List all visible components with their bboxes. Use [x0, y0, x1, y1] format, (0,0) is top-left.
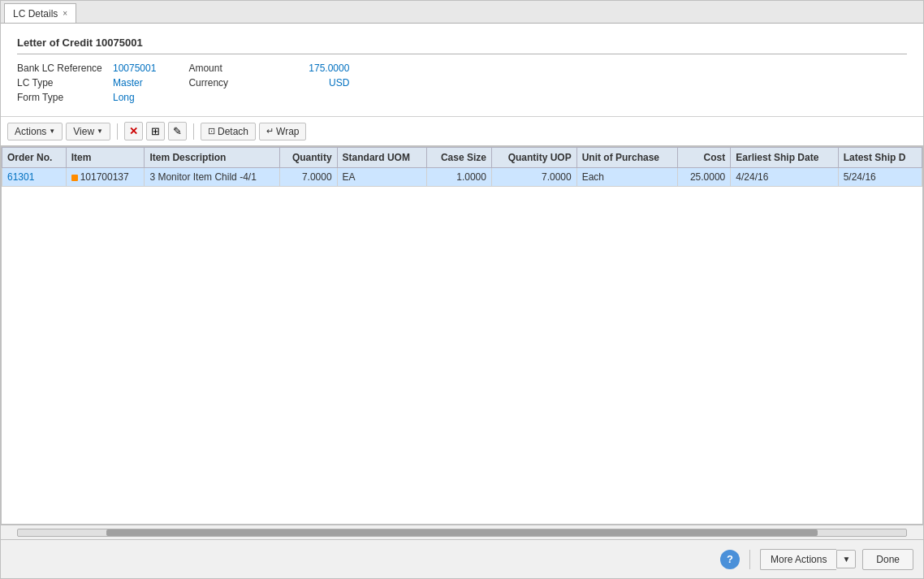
lc-field-amount: Amount 175.0000 — [188, 63, 349, 74]
main-window: LC Details × Letter of Credit 10075001 B… — [0, 0, 924, 579]
wrap-label: Wrap — [276, 126, 299, 137]
help-button[interactable]: ? — [720, 550, 740, 569]
help-icon: ? — [727, 553, 733, 565]
actions-dropdown-arrow: ▼ — [49, 127, 55, 135]
bank-lc-reference-value: 10075001 — [113, 63, 156, 74]
horizontal-scrollbar-area[interactable] — [1, 525, 923, 539]
wrap-icon: ↵ — [266, 126, 274, 136]
cell-item: 101700137 — [66, 168, 145, 187]
col-header-case-size: Case Size — [427, 148, 491, 168]
cell-quantity-uop: 7.0000 — [491, 168, 576, 187]
horizontal-scrollbar[interactable] — [17, 529, 907, 537]
cell-latest-ship: 5/24/16 — [838, 168, 922, 187]
lc-field-currency: Currency USD — [188, 77, 349, 89]
toolbar-separator-1 — [117, 123, 118, 140]
lc-title: Letter of Credit 10075001 — [17, 37, 907, 54]
table-header-row: Order No. Item Item Description Quantity… — [2, 148, 922, 168]
view-dropdown-arrow: ▼ — [97, 127, 103, 135]
more-actions-label: More Actions — [771, 554, 827, 565]
col-header-item: Item — [66, 148, 145, 168]
cell-cost: 25.0000 — [678, 168, 731, 187]
more-actions-button[interactable]: More Actions — [760, 549, 836, 570]
horizontal-scrollbar-thumb[interactable] — [106, 529, 817, 536]
view-label: View — [73, 126, 94, 137]
item-flag-icon — [71, 175, 78, 181]
lc-field-lc-type: LC Type Master — [17, 77, 156, 89]
bank-lc-reference-label: Bank LC Reference — [17, 63, 106, 74]
tab-bar: LC Details × — [1, 1, 923, 24]
cell-standard-uom: EA — [337, 168, 427, 187]
lc-type-value: Master — [113, 77, 143, 89]
cell-case-size: 1.0000 — [427, 168, 491, 187]
col-header-quantity: Quantity — [279, 148, 337, 168]
col-header-quantity-uop: Quantity UOP — [491, 148, 576, 168]
lc-field-bank-reference: Bank LC Reference 10075001 — [17, 63, 156, 74]
lc-field-form-type: Form Type Long — [17, 92, 156, 103]
table-container[interactable]: Order No. Item Item Description Quantity… — [1, 146, 923, 525]
view-button[interactable]: View ▼ — [66, 123, 110, 140]
footer: ? More Actions ▼ Done — [1, 539, 923, 578]
amount-label: Amount — [188, 63, 278, 74]
detach-icon: ⊡ — [208, 126, 215, 136]
form-type-label: Form Type — [17, 92, 106, 103]
main-content: Letter of Credit 10075001 Bank LC Refere… — [1, 24, 923, 539]
col-header-earliest-ship-date: Earliest Ship Date — [731, 148, 838, 168]
lc-field-group-right: Amount 175.0000 Currency USD — [188, 63, 349, 103]
amount-value: 175.0000 — [284, 63, 349, 74]
lc-field-group-left: Bank LC Reference 10075001 LC Type Maste… — [17, 63, 156, 103]
actions-button[interactable]: Actions ▼ — [7, 123, 63, 140]
detach-button[interactable]: ⊡ Detach — [201, 123, 256, 140]
table-row[interactable]: 61301 101700137 3 Monitor Item Child -4/… — [2, 168, 922, 187]
col-header-latest-ship: Latest Ship D — [838, 148, 922, 168]
delete-button[interactable]: ✕ — [124, 122, 143, 140]
copy-icon: ⊞ — [151, 125, 160, 137]
col-header-cost: Cost — [678, 148, 731, 168]
cell-quantity: 7.0000 — [279, 168, 337, 187]
done-button[interactable]: Done — [862, 549, 913, 570]
col-header-unit-of-purchase: Unit of Purchase — [576, 148, 678, 168]
tab-label: LC Details — [13, 8, 58, 19]
done-label: Done — [876, 554, 900, 565]
lc-type-label: LC Type — [17, 77, 106, 89]
cell-item-description: 3 Monitor Item Child -4/1 — [145, 168, 279, 187]
tab-lc-details[interactable]: LC Details × — [4, 3, 76, 23]
detach-label: Detach — [218, 126, 248, 137]
more-actions-group: More Actions ▼ — [760, 549, 856, 570]
toolbar-separator-2 — [193, 123, 194, 140]
copy-button[interactable]: ⊞ — [146, 122, 165, 140]
lc-details-panel: Letter of Credit 10075001 Bank LC Refere… — [1, 24, 923, 117]
wrap-button[interactable]: ↵ Wrap — [259, 123, 306, 140]
delete-icon: ✕ — [129, 125, 138, 137]
actions-label: Actions — [15, 126, 46, 137]
form-type-value: Long — [113, 92, 135, 103]
data-table: Order No. Item Item Description Quantity… — [2, 147, 922, 187]
cell-unit-of-purchase: Each — [576, 168, 678, 187]
lc-fields: Bank LC Reference 10075001 LC Type Maste… — [17, 63, 907, 103]
cell-earliest-ship-date: 4/24/16 — [731, 168, 838, 187]
col-header-standard-uom: Standard UOM — [337, 148, 427, 168]
cell-order-no[interactable]: 61301 — [2, 168, 67, 187]
more-actions-dropdown-button[interactable]: ▼ — [836, 550, 856, 568]
currency-value: USD — [284, 77, 349, 89]
toolbar: Actions ▼ View ▼ ✕ ⊞ ✎ ⊡ Detach — [1, 117, 923, 146]
footer-separator — [749, 550, 750, 569]
col-header-order-no: Order No. — [2, 148, 67, 168]
col-header-item-description: Item Description — [145, 148, 279, 168]
edit-button[interactable]: ✎ — [168, 122, 187, 140]
edit-icon: ✎ — [173, 125, 182, 137]
currency-label: Currency — [188, 77, 278, 89]
tab-close-icon[interactable]: × — [63, 10, 67, 18]
more-actions-dropdown-arrow: ▼ — [842, 555, 850, 564]
